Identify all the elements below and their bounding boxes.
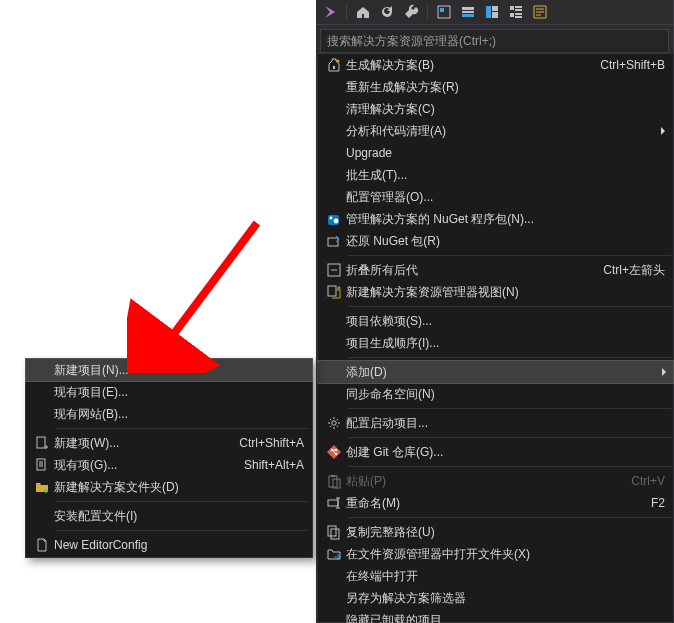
new-view-icon bbox=[322, 284, 346, 300]
main-menu-item[interactable]: 配置管理器(O)... bbox=[318, 186, 673, 208]
menu-label: 新建项目(N)... bbox=[54, 362, 305, 379]
menu-shortcut: F2 bbox=[639, 496, 665, 510]
main-menu-item[interactable]: 在终端中打开 bbox=[318, 565, 673, 587]
main-menu-item[interactable]: 创建 Git 仓库(G)... bbox=[318, 441, 673, 463]
main-menu-item[interactable]: 重新生成解决方案(R) bbox=[318, 76, 673, 98]
file-icon bbox=[30, 537, 54, 553]
menu-label: 创建 Git 仓库(G)... bbox=[346, 444, 665, 461]
svg-rect-25 bbox=[328, 500, 338, 506]
main-menu-item[interactable]: 配置启动项目... bbox=[318, 412, 673, 434]
refresh-icon[interactable] bbox=[377, 2, 397, 22]
menu-label: 项目依赖项(S)... bbox=[346, 313, 665, 330]
menu-label: 新建解决方案资源管理器视图(N) bbox=[346, 284, 665, 301]
menu-label: 配置管理器(O)... bbox=[346, 189, 665, 206]
main-menu-item[interactable]: 生成解决方案(B)Ctrl+Shift+B bbox=[318, 54, 673, 76]
menu-label: 现有项(G)... bbox=[54, 457, 232, 474]
main-menu-item[interactable]: 清理解决方案(C) bbox=[318, 98, 673, 120]
menu-separator bbox=[56, 428, 310, 429]
main-menu-item[interactable]: 粘贴(P)Ctrl+V bbox=[318, 470, 673, 492]
menu-label: 粘贴(P) bbox=[346, 473, 619, 490]
svg-rect-3 bbox=[462, 11, 474, 13]
svg-point-13 bbox=[330, 217, 333, 220]
menu-shortcut: Ctrl+Shift+B bbox=[588, 58, 665, 72]
existing-item-icon bbox=[30, 457, 54, 473]
toolbar-icon[interactable] bbox=[482, 2, 502, 22]
sub-menu-item[interactable]: 现有项目(E)... bbox=[26, 381, 312, 403]
folder-icon bbox=[30, 479, 54, 495]
nuget-icon bbox=[322, 211, 346, 227]
toolbar bbox=[316, 0, 673, 25]
menu-label: 还原 NuGet 包(R) bbox=[346, 233, 665, 250]
sub-menu-item[interactable]: New EditorConfig bbox=[26, 534, 312, 556]
search-placeholder: 搜索解决方案资源管理器(Ctrl+;) bbox=[327, 33, 496, 50]
main-menu-item[interactable]: 折叠所有后代Ctrl+左箭头 bbox=[318, 259, 673, 281]
main-menu-item[interactable]: 项目依赖项(S)... bbox=[318, 310, 673, 332]
menu-label: 重新生成解决方案(R) bbox=[346, 79, 665, 96]
main-menu-item[interactable]: 重命名(M)F2 bbox=[318, 492, 673, 514]
menu-separator bbox=[348, 437, 671, 438]
main-menu-item[interactable]: 管理解决方案的 NuGet 程序包(N)... bbox=[318, 208, 673, 230]
main-menu-item[interactable]: 另存为解决方案筛选器 bbox=[318, 587, 673, 609]
context-menu-main: 生成解决方案(B)Ctrl+Shift+B重新生成解决方案(R)清理解决方案(C… bbox=[317, 53, 674, 623]
menu-label: 在终端中打开 bbox=[346, 568, 665, 585]
menu-separator bbox=[56, 501, 310, 502]
main-menu-item[interactable]: 复制完整路径(U) bbox=[318, 521, 673, 543]
main-menu-item[interactable]: 批生成(T)... bbox=[318, 164, 673, 186]
svg-rect-27 bbox=[331, 529, 339, 539]
menu-label: 隐藏已卸载的项目 bbox=[346, 612, 665, 624]
menu-separator bbox=[56, 530, 310, 531]
rename-icon bbox=[322, 495, 346, 511]
main-menu-item[interactable]: Upgrade bbox=[318, 142, 673, 164]
menu-label: 批生成(T)... bbox=[346, 167, 665, 184]
copy-path-icon bbox=[322, 524, 346, 540]
menu-label: 在文件资源管理器中打开文件夹(X) bbox=[346, 546, 665, 563]
menu-label: 新建解决方案文件夹(D) bbox=[54, 479, 304, 496]
sub-menu-item[interactable]: 现有网站(B)... bbox=[26, 403, 312, 425]
main-menu-item[interactable]: 项目生成顺序(I)... bbox=[318, 332, 673, 354]
properties-icon[interactable] bbox=[530, 2, 550, 22]
search-input[interactable]: 搜索解决方案资源管理器(Ctrl+;) bbox=[320, 29, 669, 53]
git-icon bbox=[322, 444, 346, 460]
vs-logo-icon[interactable] bbox=[320, 2, 340, 22]
menu-label: 清理解决方案(C) bbox=[346, 101, 665, 118]
sub-menu-item[interactable]: 新建项(W)...Ctrl+Shift+A bbox=[26, 432, 312, 454]
menu-separator bbox=[348, 466, 671, 467]
menu-label: Upgrade bbox=[346, 146, 665, 160]
menu-separator bbox=[348, 357, 671, 358]
toolbar-icon[interactable] bbox=[458, 2, 478, 22]
main-menu-item[interactable]: 新建解决方案资源管理器视图(N) bbox=[318, 281, 673, 303]
main-menu-item[interactable]: 还原 NuGet 包(R) bbox=[318, 230, 673, 252]
chevron-right-icon bbox=[661, 127, 665, 135]
svg-rect-1 bbox=[440, 8, 444, 12]
menu-label: 分析和代码清理(A) bbox=[346, 123, 653, 140]
menu-label: New EditorConfig bbox=[54, 538, 304, 552]
svg-rect-5 bbox=[486, 6, 491, 18]
menu-separator bbox=[348, 255, 671, 256]
preview-icon[interactable] bbox=[434, 2, 454, 22]
main-menu-item[interactable]: 在文件资源管理器中打开文件夹(X) bbox=[318, 543, 673, 565]
menu-label: 复制完整路径(U) bbox=[346, 524, 665, 541]
menu-shortcut: Ctrl+V bbox=[619, 474, 665, 488]
main-menu-item[interactable]: 隐藏已卸载的项目 bbox=[318, 609, 673, 623]
menu-label: 折叠所有后代 bbox=[346, 262, 591, 279]
sub-menu-item[interactable]: 新建解决方案文件夹(D) bbox=[26, 476, 312, 498]
svg-rect-2 bbox=[462, 7, 474, 10]
main-menu-item[interactable]: 分析和代码清理(A) bbox=[318, 120, 673, 142]
paste-icon bbox=[322, 473, 346, 489]
svg-point-18 bbox=[332, 421, 336, 425]
menu-shortcut: Shift+Alt+A bbox=[232, 458, 304, 472]
sub-menu-item[interactable]: 安装配置文件(I) bbox=[26, 505, 312, 527]
menu-shortcut: Ctrl+Shift+A bbox=[227, 436, 304, 450]
main-menu-item[interactable]: 添加(D) bbox=[317, 360, 674, 384]
sub-menu-item[interactable]: 现有项(G)...Shift+Alt+A bbox=[26, 454, 312, 476]
main-menu-item[interactable]: 同步命名空间(N) bbox=[318, 383, 673, 405]
show-all-icon[interactable] bbox=[506, 2, 526, 22]
restore-icon bbox=[322, 233, 346, 249]
menu-shortcut: Ctrl+左箭头 bbox=[591, 262, 665, 279]
wrench-icon[interactable] bbox=[401, 2, 421, 22]
svg-rect-26 bbox=[328, 526, 336, 536]
sub-menu-item[interactable]: 新建项目(N)... bbox=[25, 358, 313, 382]
chevron-right-icon bbox=[662, 368, 666, 376]
build-icon bbox=[322, 57, 346, 73]
home-icon[interactable] bbox=[353, 2, 373, 22]
